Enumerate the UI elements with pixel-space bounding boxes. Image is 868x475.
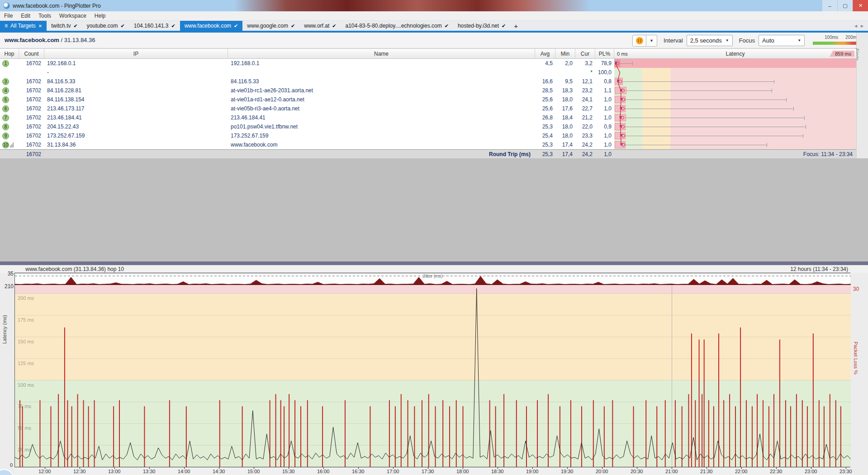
column-header-min[interactable]: Min	[555, 49, 575, 58]
packet-loss-bar	[526, 406, 527, 467]
close-icon[interactable]: ✕	[38, 24, 42, 28]
latency-graph-cell: ✕	[614, 131, 856, 140]
ip-cell: 213.46.184.41	[44, 113, 228, 122]
check-icon[interactable]: ✔	[234, 23, 238, 29]
menu-edit[interactable]: Edit	[17, 11, 34, 20]
check-icon[interactable]: ✔	[291, 23, 295, 29]
hop-cell: 6	[0, 104, 19, 113]
packet-loss-bar	[280, 400, 281, 467]
hop-row-6[interactable]: 616702213.46.173.117at-vie05b-ri3-ae4-0.…	[0, 104, 856, 113]
avg-cell: 28,5	[535, 86, 555, 95]
tab-www-orf-at[interactable]: www.orf.at✔	[299, 21, 341, 31]
latency-scale-max: 859 ms	[830, 51, 854, 57]
packet-loss-bar	[503, 394, 504, 467]
menu-workspace[interactable]: Workspace	[55, 11, 90, 20]
hop-row-3[interactable]: 31670284.116.5.3384.116.5.3316,69,512,10…	[0, 77, 856, 86]
time-label: 16:30	[352, 469, 365, 474]
min-cell: 18,0	[555, 131, 575, 140]
packet-loss-bar	[275, 394, 276, 467]
close-button[interactable]: ✕	[853, 0, 868, 11]
jitter-strip[interactable]: Jitter (ms)	[14, 273, 850, 285]
tab-104-160-141-3[interactable]: 104.160.141.3✔	[129, 21, 180, 31]
pause-icon	[636, 37, 643, 44]
time-label: 22:30	[770, 469, 783, 474]
avg-cell: 4,5	[535, 59, 555, 68]
hop-cell	[0, 68, 19, 77]
new-target-tab-button[interactable]: +	[510, 21, 522, 31]
menu-help[interactable]: Help	[90, 11, 110, 20]
packet-loss-bar	[428, 394, 429, 467]
chevron-down-icon: ▼	[797, 38, 801, 43]
check-icon[interactable]: ✔	[74, 23, 78, 29]
hop-row-1[interactable]: 116702192.168.0.1192.168.0.14,52,03,278,…	[0, 59, 856, 68]
title-bar[interactable]: www.facebook.com - PingPlotter Pro – ▢ ✕	[0, 0, 868, 11]
column-header-ip[interactable]: IP	[44, 49, 228, 58]
interval-select[interactable]: 2,5 seconds ▼	[687, 35, 733, 46]
packet-loss-bar	[219, 400, 220, 467]
tab-twitch-tv[interactable]: twitch.tv✔	[47, 21, 82, 31]
pause-button[interactable]	[632, 35, 646, 47]
packet-loss-bar	[682, 406, 683, 467]
minimize-button[interactable]: –	[822, 0, 837, 11]
check-icon[interactable]: ✔	[502, 23, 506, 29]
name-cell: at-vie01a-rd1-ae12-0.aorta.net	[228, 95, 535, 104]
maximize-button[interactable]: ▢	[837, 0, 853, 11]
pl-cell: 100,0	[595, 68, 614, 77]
packet-loss-bar	[699, 340, 700, 467]
tab-scroll-right-icon[interactable]: ▸	[861, 23, 863, 29]
footer-ip-cell	[44, 150, 228, 158]
interval-label: Interval	[664, 37, 683, 44]
pane-divider[interactable]	[0, 261, 868, 265]
column-header-avg[interactable]: Avg	[535, 49, 555, 58]
tab-all-targets[interactable]: ≡All Targets✕	[0, 21, 47, 31]
gridline-label: 200 ms	[18, 295, 34, 301]
hop-row-7[interactable]: 716702213.46.184.41213.46.184.4126,818,4…	[0, 113, 856, 122]
menu-tools[interactable]: Tools	[34, 11, 55, 20]
latency-graph-cell	[614, 68, 856, 77]
hamburger-icon: ≡	[5, 23, 8, 29]
check-icon[interactable]: ✔	[171, 23, 175, 29]
tab-a104-83-5-80-deploy-echnologies-com[interactable]: a104-83-5-80.deploy....echnologies.com✔	[341, 21, 453, 31]
trace-controls: ▼ Interval 2,5 seconds ▼ Focus Auto ▼ 10…	[632, 34, 868, 47]
timeline-plot[interactable]: 200 ms175 ms150 ms125 ms100 ms75 ms50 ms…	[14, 285, 850, 467]
column-header-hop[interactable]: Hop	[0, 49, 19, 58]
hop-number-badge: 5	[2, 96, 9, 103]
hop-table: HopCountIPNameAvgMinCurPL%0 msLatency859…	[0, 48, 856, 158]
tab-www-facebook-com[interactable]: www.facebook.com✔	[180, 21, 243, 31]
column-header-cur[interactable]: Cur	[575, 49, 595, 58]
packet-loss-bar	[612, 400, 613, 467]
pause-dropdown-button[interactable]: ▼	[646, 35, 657, 47]
menu-file[interactable]: File	[0, 11, 17, 20]
tab-www-google-com[interactable]: www.google.com✔	[242, 21, 299, 31]
hop-row-4[interactable]: 41670284.116.228.81at-vie01b-rc1-ae26-20…	[0, 86, 856, 95]
column-header-count[interactable]: Count	[19, 49, 44, 58]
hop-row-8[interactable]: 816702204.15.22.43po101.psw04.vie1.tfbnw…	[0, 122, 856, 131]
tab-scroll-left-icon[interactable]: ◂	[854, 23, 857, 29]
tab-youtube-com[interactable]: youtube.com✔	[82, 21, 129, 31]
focus-select[interactable]: Auto ▼	[759, 35, 805, 46]
column-header-name[interactable]: Name	[228, 49, 535, 58]
column-header-pl[interactable]: PL%	[595, 49, 614, 58]
check-icon[interactable]: ✔	[332, 23, 336, 29]
hop-row-unknown[interactable]: -*100,0	[0, 68, 856, 77]
footer-focus-range: Focus: 11:34 - 23:34	[614, 150, 856, 158]
packet-loss-bar	[779, 340, 780, 467]
check-icon[interactable]: ✔	[121, 23, 125, 29]
tab-hosted-by-i3d-net[interactable]: hosted-by.i3d.net✔	[453, 21, 510, 31]
pingplotter-window: www.facebook.com - PingPlotter Pro – ▢ ✕…	[0, 0, 868, 475]
target-host: www.facebook.com	[5, 37, 59, 43]
check-icon[interactable]: ✔	[445, 23, 449, 29]
time-label: 22:00	[735, 469, 748, 474]
min-cell: 9,5	[555, 77, 575, 86]
hop-row-10[interactable]: 101670231.13.84.36www.facebook.com25,317…	[0, 140, 856, 149]
latency-scale-min: 0 ms	[617, 51, 628, 57]
packet-loss-bar	[768, 406, 769, 467]
latency-max-tick	[774, 80, 774, 84]
jitter-strip-label: Jitter (ms)	[15, 274, 850, 279]
column-header-latency[interactable]: 0 msLatency859 ms	[614, 49, 856, 58]
hop-row-5[interactable]: 51670284.116.138.154at-vie01a-rd1-ae12-0…	[0, 95, 856, 104]
latency-max-tick	[806, 125, 806, 129]
latency-max-tick	[804, 116, 805, 120]
hop-row-9[interactable]: 916702173.252.67.159173.252.67.15925,418…	[0, 131, 856, 140]
pl-cell: 1,0	[595, 104, 614, 113]
